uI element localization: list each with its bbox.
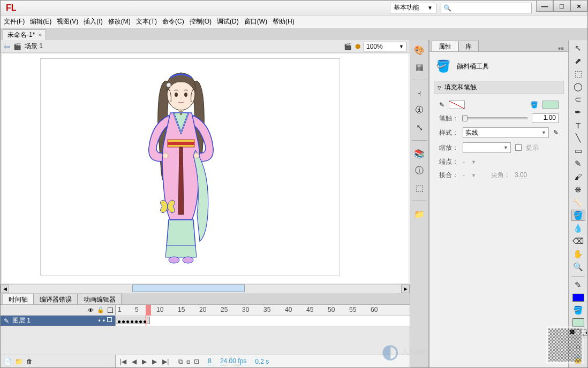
minimize-button[interactable]: — xyxy=(536,0,553,12)
horizontal-scrollbar[interactable]: ◀ ▶ xyxy=(1,284,410,293)
search-field[interactable]: 🔍 xyxy=(441,3,532,13)
visibility-icon[interactable]: 👁 xyxy=(88,307,94,313)
eyedropper-tool[interactable]: 💧 xyxy=(571,223,585,234)
free-transform-tool[interactable]: ⬚ xyxy=(571,68,585,79)
close-button[interactable]: × xyxy=(570,0,587,12)
chevron-down-icon[interactable]: ▼ xyxy=(471,159,476,165)
miter-value[interactable]: 3.00 xyxy=(515,171,527,179)
timeline-ruler[interactable]: 1 5 10 15 20 25 30 35 40 45 50 55 xyxy=(116,305,410,315)
scale-dropdown[interactable]: ▼ xyxy=(463,142,511,153)
document-tab[interactable]: 未命名-1* × xyxy=(3,29,46,40)
frame-track[interactable]: ● ● ● ● ● ● ● xyxy=(116,316,410,326)
brush-tool[interactable]: 🖌 xyxy=(571,171,585,182)
hand-tool[interactable]: ✋ xyxy=(571,249,585,260)
lock-fill-option[interactable]: 🔒 xyxy=(571,354,585,365)
workspace-switcher[interactable]: 基本功能 ▼ xyxy=(390,3,436,13)
scroll-left-icon[interactable]: ◀ xyxy=(1,285,9,293)
fps-value[interactable]: 24.00 fps xyxy=(220,357,246,365)
scene-name[interactable]: 场景 1 xyxy=(25,42,43,51)
info-panel-icon[interactable]: 🛈 xyxy=(413,104,426,117)
line-tool[interactable]: ╲ xyxy=(571,133,585,144)
gap-size-option[interactable]: ○ xyxy=(571,341,585,352)
chevron-down-icon[interactable]: ▼ xyxy=(471,173,476,178)
delete-layer-icon[interactable]: 🗑 xyxy=(26,358,33,365)
selection-tool[interactable]: ↖ xyxy=(571,42,585,53)
style-dropdown[interactable]: 实线 ▼ xyxy=(463,127,549,138)
outline-icon[interactable] xyxy=(108,308,113,313)
menu-edit[interactable]: 编辑(E) xyxy=(30,17,51,26)
layer-visibility-dot[interactable]: • xyxy=(99,317,101,325)
section-fill-stroke[interactable]: ▽ 填充和笔触 xyxy=(434,81,564,94)
menu-text[interactable]: 文本(T) xyxy=(136,17,157,26)
character-drawing[interactable] xyxy=(135,65,227,268)
fill-color-box[interactable] xyxy=(572,318,584,326)
close-icon[interactable]: × xyxy=(38,32,41,38)
library-panel-icon[interactable]: 📚 xyxy=(413,147,426,160)
swap-colors-icon[interactable]: ⇄ xyxy=(582,329,586,334)
deco-tool[interactable]: ❋ xyxy=(571,184,585,195)
stage-canvas[interactable] xyxy=(1,53,409,283)
properties-panel-icon[interactable]: ⓘ xyxy=(413,164,426,177)
align-panel-icon[interactable]: ⫞ xyxy=(413,87,426,99)
first-frame-icon[interactable]: |◀ xyxy=(119,358,127,365)
playhead[interactable] xyxy=(146,305,151,316)
stroke-slider[interactable] xyxy=(463,117,527,119)
edit-scene-icon[interactable]: 🎬 xyxy=(344,43,352,50)
scroll-track[interactable] xyxy=(9,285,401,293)
onion-skin-icon[interactable]: ⧉ xyxy=(178,358,183,365)
menu-debug[interactable]: 调试(D) xyxy=(217,17,239,26)
layer-row[interactable]: ✎ 图层 1 • • xyxy=(1,316,116,326)
eraser-tool[interactable]: ⌫ xyxy=(571,235,585,247)
scroll-right-icon[interactable]: ▶ xyxy=(401,285,410,293)
edit-style-icon[interactable]: ✎ xyxy=(553,129,559,136)
zoom-tool[interactable]: 🔍 xyxy=(571,262,585,273)
transform-panel-icon[interactable]: ⤡ xyxy=(413,121,426,134)
menu-file[interactable]: 文件(F) xyxy=(4,17,25,26)
stroke-color-swatch[interactable] xyxy=(449,101,465,109)
next-frame-icon[interactable]: ▶ xyxy=(151,358,158,365)
menu-commands[interactable]: 命令(C) xyxy=(162,17,184,26)
fill-color-swatch[interactable] xyxy=(542,101,559,109)
menu-help[interactable]: 帮助(H) xyxy=(273,17,295,26)
tab-compiler-errors[interactable]: 编译器错误 xyxy=(34,294,78,304)
project-panel-icon[interactable]: 📁 xyxy=(413,208,426,220)
3d-rotation-tool[interactable]: ◯ xyxy=(571,81,585,92)
stroke-value-input[interactable]: 1.00 xyxy=(532,113,559,123)
zoom-dropdown[interactable]: 100% ▼ xyxy=(364,42,406,51)
tab-motion-editor[interactable]: 动画编辑器 xyxy=(78,294,122,304)
bone-tool[interactable]: 🦴 xyxy=(571,197,585,208)
free-transform-panel-icon[interactable]: ⬚ xyxy=(413,181,426,194)
pencil-tool[interactable]: ✎ xyxy=(571,158,585,170)
bw-swap-icon[interactable] xyxy=(570,329,575,334)
pen-tool[interactable]: ✒ xyxy=(571,106,585,118)
slider-thumb[interactable] xyxy=(462,115,468,121)
play-icon[interactable]: ▶ xyxy=(141,358,148,365)
edit-multiple-icon[interactable]: ⊡ xyxy=(194,358,199,365)
tab-properties[interactable]: 属性 xyxy=(432,41,458,51)
panel-menu-icon[interactable]: ▾≡ xyxy=(558,45,566,51)
new-layer-icon[interactable]: 📄 xyxy=(4,358,12,365)
menu-modify[interactable]: 修改(M) xyxy=(108,17,131,26)
tab-library[interactable]: 库 xyxy=(458,41,479,51)
subselection-tool[interactable]: ⬈ xyxy=(571,55,585,66)
layer-lock-dot[interactable]: • xyxy=(103,317,105,325)
scroll-thumb[interactable] xyxy=(132,285,245,292)
prev-frame-icon[interactable]: ◀ xyxy=(131,358,138,365)
swatches-panel-icon[interactable]: ▦ xyxy=(413,60,426,73)
menu-insert[interactable]: 插入(I) xyxy=(84,17,102,26)
color-panel-icon[interactable]: 🎨 xyxy=(413,43,426,56)
stroke-color-box[interactable] xyxy=(572,294,584,302)
keyframe-span[interactable]: ● ● ● ● ● ● ● xyxy=(116,317,150,324)
text-tool[interactable]: T xyxy=(571,120,585,131)
current-frame[interactable]: 8 xyxy=(208,357,212,365)
tab-timeline[interactable]: 时间轴 xyxy=(3,294,34,304)
menu-control[interactable]: 控制(O) xyxy=(190,17,212,26)
new-folder-icon[interactable]: 📁 xyxy=(15,358,23,365)
lock-icon[interactable]: 🔒 xyxy=(97,306,104,313)
rectangle-tool[interactable]: ▭ xyxy=(571,145,585,157)
menu-window[interactable]: 窗口(W) xyxy=(244,17,267,26)
menu-view[interactable]: 视图(V) xyxy=(57,17,78,26)
edit-symbol-icon[interactable]: ⬢ xyxy=(355,43,360,50)
last-frame-icon[interactable]: ▶| xyxy=(161,358,170,365)
back-arrow-icon[interactable]: ⇦ xyxy=(4,42,10,51)
